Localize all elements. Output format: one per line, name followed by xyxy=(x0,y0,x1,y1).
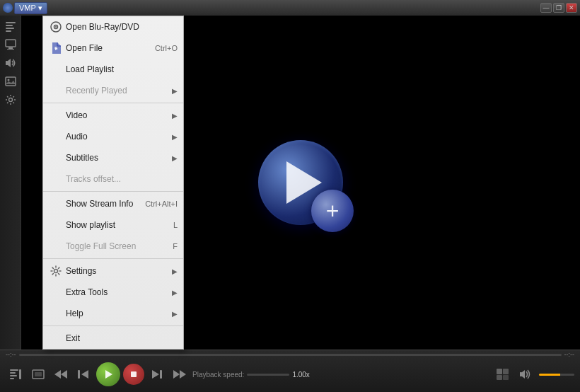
menu-item-audio[interactable]: Audio▶ xyxy=(43,126,183,147)
speed-value: 1.00x xyxy=(292,371,309,379)
show-stream-info-shortcut: Ctrl+Alt+I xyxy=(145,200,178,208)
extra-tools-arrow: ▶ xyxy=(172,289,178,296)
menu-separator xyxy=(43,325,183,326)
load-playlist-icon xyxy=(49,62,63,76)
svg-rect-29 xyxy=(131,371,137,377)
extra-tools-label: Extra Tools xyxy=(66,287,172,297)
extra-tools-icon xyxy=(49,285,63,299)
svg-rect-19 xyxy=(10,375,17,376)
svg-marker-25 xyxy=(61,370,67,379)
play-button-container: + xyxy=(258,140,343,225)
menu-item-show-stream-info[interactable]: Show Stream InfoCtrl+Alt+I xyxy=(43,193,183,214)
settings-arrow: ▶ xyxy=(172,267,178,275)
svg-rect-36 xyxy=(497,375,502,380)
menu-item-extra-tools[interactable]: Extra Tools▶ xyxy=(43,282,183,303)
help-icon xyxy=(49,306,63,321)
sidebar xyxy=(0,16,21,350)
toggle-playlist-button[interactable] xyxy=(6,364,25,384)
sidebar-icon-settings[interactable] xyxy=(3,92,18,108)
menu-item-video[interactable]: Video▶ xyxy=(43,105,183,126)
menu-item-open-bluray[interactable]: Open Blu-Ray/DVD xyxy=(43,16,183,38)
title-bar: VMP ▾ — ❐ ✕ xyxy=(0,0,580,16)
sidebar-icon-image[interactable] xyxy=(3,74,18,89)
menu-item-load-playlist[interactable]: Load Playlist xyxy=(43,59,183,80)
menu-item-exit[interactable]: Exit xyxy=(43,328,183,349)
svg-rect-34 xyxy=(497,369,502,374)
help-arrow: ▶ xyxy=(172,310,178,318)
svg-rect-0 xyxy=(6,22,16,23)
close-button[interactable]: ✕ xyxy=(566,3,577,13)
svg-point-9 xyxy=(7,79,9,81)
sidebar-icon-playlist[interactable] xyxy=(3,18,18,34)
audio-icon xyxy=(49,129,63,144)
svg-rect-4 xyxy=(6,40,16,47)
video-out-button[interactable] xyxy=(494,364,514,384)
open-bluray-label: Open Blu-Ray/DVD xyxy=(66,22,178,32)
open-file-icon xyxy=(49,41,63,55)
show-playlist-icon xyxy=(49,218,63,232)
menu-item-subtitles[interactable]: Subtitles▶ xyxy=(43,147,183,168)
speed-slider[interactable] xyxy=(247,374,289,376)
dropdown-menu: Open Blu-Ray/DVD Open FileCtrl+OLoad Pla… xyxy=(42,16,184,350)
app-icon xyxy=(3,3,13,13)
next-button[interactable] xyxy=(147,364,167,384)
svg-rect-5 xyxy=(8,47,13,49)
vmp-menu-button[interactable]: VMP ▾ xyxy=(14,2,47,14)
settings-label: Settings xyxy=(66,266,172,276)
fast-forward-button[interactable] xyxy=(170,364,190,384)
aspect-ratio-button[interactable] xyxy=(28,364,48,384)
stop-ctrl-button[interactable] xyxy=(123,364,144,385)
menu-item-open-file[interactable]: Open FileCtrl+O xyxy=(43,38,183,59)
svg-rect-2 xyxy=(6,28,14,29)
progress-track[interactable] xyxy=(19,354,562,356)
subtitles-arrow: ▶ xyxy=(172,154,178,162)
show-stream-info-icon xyxy=(49,197,63,211)
subtitles-icon xyxy=(49,151,63,165)
time-start: --:-- xyxy=(6,351,16,358)
video-icon xyxy=(49,108,63,122)
svg-rect-1 xyxy=(6,25,13,26)
menu-item-toggle-fullscreen: Toggle Full ScreenF xyxy=(43,236,183,257)
volume-icon-button[interactable] xyxy=(516,364,536,384)
svg-rect-23 xyxy=(35,372,42,376)
menu-item-settings[interactable]: Settings▶ xyxy=(43,260,183,282)
bottom-bar: --:-- --:-- xyxy=(0,350,580,392)
svg-rect-3 xyxy=(6,30,11,32)
speed-area: Playback speed: 1.00x xyxy=(192,371,491,379)
help-label: Help xyxy=(66,309,172,318)
svg-point-16 xyxy=(54,270,58,273)
rewind-button[interactable] xyxy=(51,364,71,384)
menu-item-show-playlist[interactable]: Show playlistL xyxy=(43,214,183,236)
add-button[interactable]: + xyxy=(311,190,354,232)
video-area[interactable]: Open Blu-Ray/DVD Open FileCtrl+OLoad Pla… xyxy=(21,16,580,350)
restore-button[interactable]: ❐ xyxy=(553,3,564,13)
volume-slider[interactable] xyxy=(539,374,574,376)
audio-arrow: ▶ xyxy=(172,133,178,141)
title-bar-menu: VMP ▾ xyxy=(14,2,47,14)
toggle-fullscreen-shortcut: F xyxy=(173,242,178,250)
open-file-shortcut: Ctrl+O xyxy=(155,44,178,52)
menu-item-help[interactable]: Help▶ xyxy=(43,303,183,324)
svg-rect-7 xyxy=(6,61,8,65)
open-bluray-icon xyxy=(49,20,63,34)
main-area: Open Blu-Ray/DVD Open FileCtrl+OLoad Pla… xyxy=(0,16,580,350)
window-controls: — ❐ ✕ xyxy=(540,3,577,13)
video-label: Video xyxy=(66,110,172,120)
svg-marker-24 xyxy=(54,370,61,379)
sidebar-icon-audio[interactable] xyxy=(3,55,18,71)
title-bar-left: VMP ▾ xyxy=(3,2,47,14)
svg-rect-37 xyxy=(503,375,509,380)
progress-bar-area: --:-- --:-- xyxy=(0,350,580,359)
svg-rect-35 xyxy=(503,369,509,374)
menu-separator xyxy=(43,103,183,103)
recently-played-label: Recently Played xyxy=(66,86,172,96)
show-playlist-shortcut: L xyxy=(173,221,178,229)
sidebar-icon-screen[interactable] xyxy=(3,37,18,52)
minimize-button[interactable]: — xyxy=(540,3,552,13)
prev-button[interactable] xyxy=(74,364,93,384)
svg-marker-32 xyxy=(173,370,180,379)
recently-played-icon xyxy=(49,83,63,98)
controls-row: Playback speed: 1.00x xyxy=(0,359,580,390)
play-ctrl-button[interactable] xyxy=(96,362,120,386)
audio-label: Audio xyxy=(66,132,172,142)
